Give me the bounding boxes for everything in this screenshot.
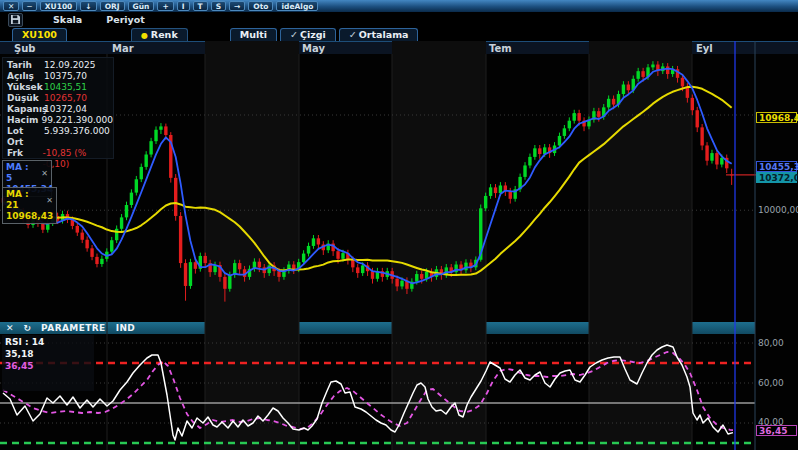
info-row-label: Düşük bbox=[7, 93, 44, 104]
right-arrow-button[interactable]: → bbox=[229, 1, 245, 11]
info-row-label: Hacim bbox=[7, 115, 41, 126]
check-icon: ✓ bbox=[349, 29, 357, 40]
axis-label: 10000,00 bbox=[758, 205, 798, 215]
ma-label: MA : 5 bbox=[6, 162, 33, 184]
info-row-value: 5.939.376.000 bbox=[44, 126, 110, 137]
symbol-button[interactable]: XU100 bbox=[40, 1, 78, 11]
close-icon[interactable]: ✕ bbox=[41, 168, 48, 179]
title-bar: ✕─XU100↓ORJGün+ITS→OtoideAlgo bbox=[0, 0, 798, 12]
tab-renk[interactable]: ●Renk bbox=[131, 28, 188, 41]
info-row-label: Yüksek bbox=[7, 82, 44, 93]
orj-button[interactable]: ORJ bbox=[100, 1, 125, 11]
check-icon: ✓ bbox=[290, 29, 298, 40]
info-row-label: Frk bbox=[7, 148, 42, 159]
rsi-signal-value: 36,45 bbox=[5, 360, 94, 372]
info-row-value: 12.09.2025 bbox=[44, 60, 96, 71]
rsi-param-label: RSI : 14 bbox=[5, 336, 94, 348]
tab-xu100[interactable]: XU100 bbox=[12, 28, 67, 41]
info-row-value: 10375,70 bbox=[44, 71, 87, 82]
info-row-label: Kapanış bbox=[7, 104, 44, 115]
shape-s-button[interactable]: S bbox=[211, 1, 226, 11]
tab-strip: XU100●RenkMulti✓Çizgi✓Ortalama bbox=[0, 27, 798, 41]
info-row: Yüksek10435,51 bbox=[7, 82, 113, 93]
trading-app-window: ✕─XU100↓ORJGün+ITS→OtoideAlgo SkalaPeriy… bbox=[0, 0, 798, 450]
info-row: Tarih12.09.2025 bbox=[7, 60, 113, 71]
ma-value: 10968,43 bbox=[6, 211, 53, 222]
info-row-value: 10372,04 bbox=[44, 104, 87, 115]
minimize-button[interactable]: ─ bbox=[22, 1, 37, 11]
ma5-price-badge: 10455,34 bbox=[756, 161, 797, 172]
info-row-label: Ort bbox=[7, 137, 44, 148]
info-row-label: Lot bbox=[7, 126, 44, 137]
idealgo-button[interactable]: ideAlgo bbox=[276, 1, 318, 11]
period-day-button[interactable]: Gün bbox=[128, 1, 155, 11]
rsi-legend: RSI : 14 35,18 36,45 bbox=[2, 335, 94, 391]
info-row-value: -10,85 (% -0,10) bbox=[42, 148, 113, 159]
indicator-i-button[interactable]: I bbox=[177, 1, 190, 11]
axis-label: 80,00 bbox=[758, 338, 784, 348]
menu-item-periyot[interactable]: Periyot bbox=[106, 14, 145, 25]
menu-bar: SkalaPeriyot bbox=[0, 12, 798, 27]
tab-multi[interactable]: Multi bbox=[230, 28, 277, 41]
trend-t-button[interactable]: T bbox=[193, 1, 208, 11]
tab-ortalama[interactable]: ✓Ortalama bbox=[339, 28, 419, 41]
ma21-box: MA : 21✕10968,43 bbox=[2, 187, 57, 224]
info-row: Açılış10375,70 bbox=[7, 71, 113, 82]
ma21-price-badge: 10968,43 bbox=[756, 112, 797, 123]
close-button[interactable]: ✕ bbox=[3, 1, 19, 11]
rsi-value-badge: 36,45 bbox=[756, 425, 797, 436]
info-row: Ort bbox=[7, 137, 113, 148]
down-arrow-button[interactable]: ↓ bbox=[80, 1, 96, 11]
last-price-badge: 10372,04 bbox=[756, 172, 797, 183]
floppy-disk-icon bbox=[11, 15, 20, 24]
info-row-label: Açılış bbox=[7, 71, 44, 82]
info-row: Kapanış10372,04 bbox=[7, 104, 113, 115]
info-row-label: Tarih bbox=[7, 60, 44, 71]
info-row-value: 99.221.390.000 bbox=[41, 115, 113, 126]
tab-cizgi[interactable]: ✓Çizgi bbox=[280, 28, 336, 41]
info-row-value: 10435,51 bbox=[44, 82, 87, 93]
info-row: Lot5.939.376.000 bbox=[7, 126, 113, 137]
info-row: Düşük10265,70 bbox=[7, 93, 113, 104]
axis-label: 60,00 bbox=[758, 378, 784, 388]
close-icon[interactable]: ✕ bbox=[46, 195, 53, 206]
info-row-value: 10265,70 bbox=[44, 93, 87, 104]
oto-button[interactable]: Oto bbox=[248, 1, 273, 11]
info-row: Frk-10,85 (% -0,10) bbox=[7, 148, 113, 159]
quote-info-panel: Tarih12.09.2025Açılış10375,70Yüksek10435… bbox=[2, 57, 114, 159]
color-dot-icon: ● bbox=[141, 31, 148, 40]
save-button[interactable] bbox=[8, 13, 23, 27]
plus-button[interactable]: + bbox=[157, 1, 173, 11]
info-row: Hacim99.221.390.000 bbox=[7, 115, 113, 126]
ma-label: MA : 21 bbox=[6, 189, 38, 211]
rsi-value: 35,18 bbox=[5, 348, 94, 360]
menu-item-skala[interactable]: Skala bbox=[53, 14, 82, 25]
candlestick-chart[interactable] bbox=[0, 0, 798, 450]
